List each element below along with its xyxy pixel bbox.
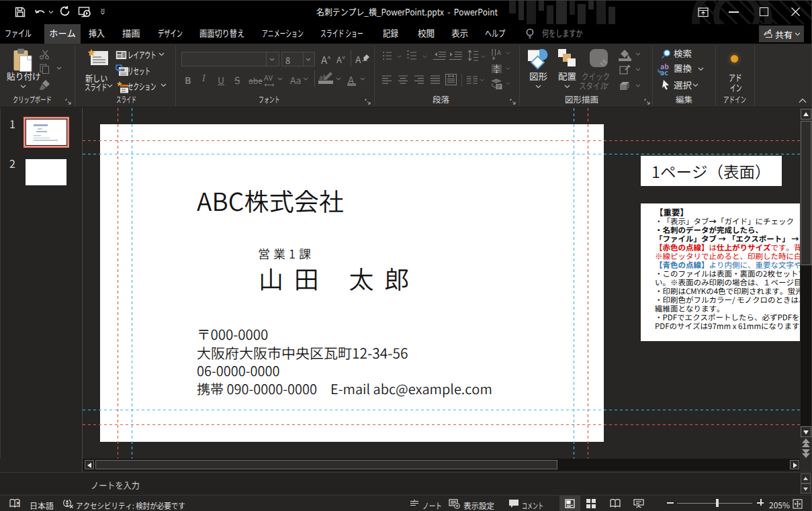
- svg-text:A: A: [497, 49, 502, 57]
